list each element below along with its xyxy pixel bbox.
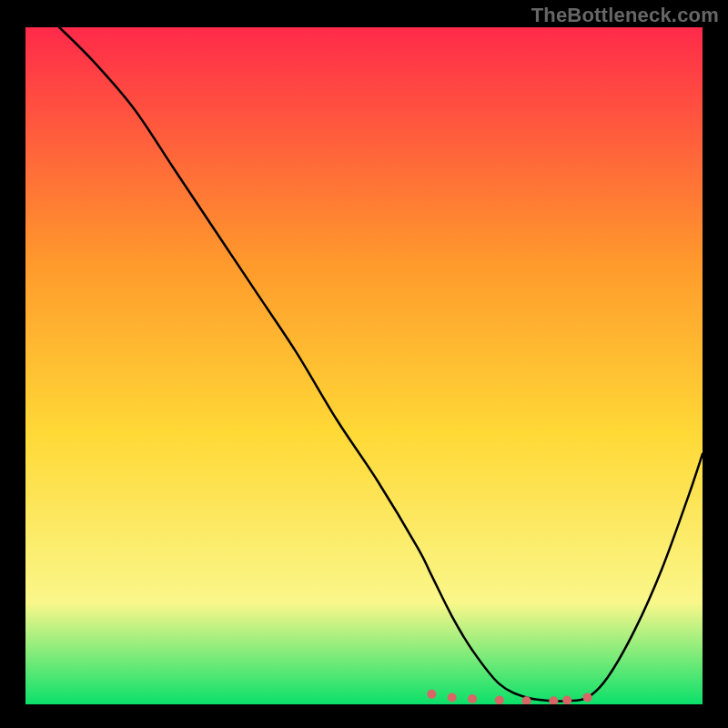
optimal-dot [427, 690, 436, 699]
optimal-dot [583, 693, 592, 703]
optimal-dot [448, 693, 457, 703]
optimal-dot [468, 694, 477, 703]
plot-area [25, 27, 703, 704]
bottleneck-chart [25, 27, 703, 704]
chart-frame: TheBottleneck.com [0, 0, 728, 728]
watermark-text: TheBottleneck.com [531, 4, 719, 27]
gradient-background [25, 27, 703, 704]
